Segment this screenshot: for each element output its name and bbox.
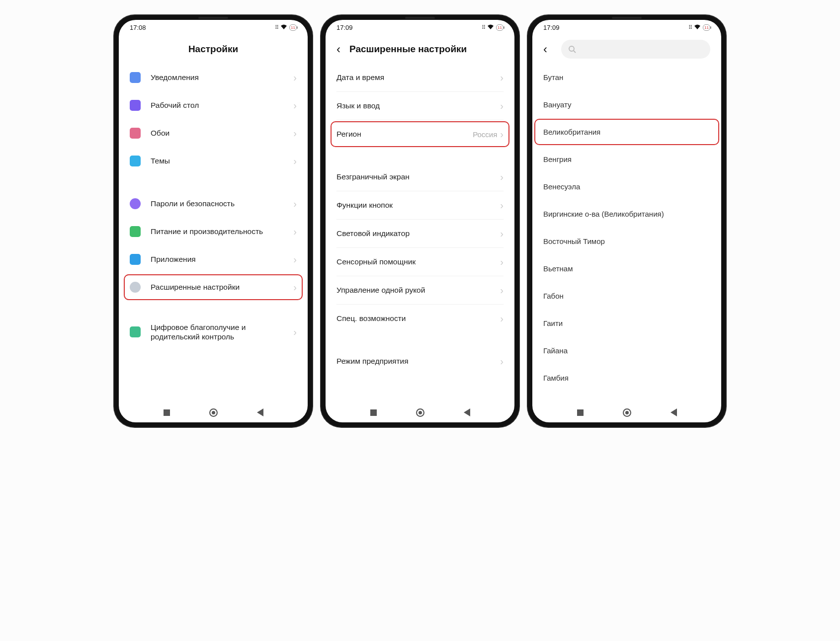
settings-row[interactable]: Спец. возможности› <box>326 305 514 332</box>
ic-theme-icon <box>130 156 141 166</box>
row-label: Управление одной рукой <box>336 286 500 295</box>
ic-wall-icon <box>130 128 141 139</box>
region-row[interactable]: Гаити <box>532 310 721 337</box>
region-label: Габон <box>543 292 710 300</box>
region-row[interactable]: Вануату <box>532 91 721 118</box>
chevron-right-icon: › <box>293 226 297 238</box>
page-title: Расширенные настройки <box>349 44 467 55</box>
region-row[interactable]: Виргинские о-ва (Великобритания) <box>532 200 721 228</box>
chevron-right-icon: › <box>293 100 297 111</box>
navigation-bar <box>532 402 721 422</box>
nav-back-icon[interactable] <box>671 408 677 416</box>
chevron-right-icon: › <box>500 256 504 268</box>
ic-home-icon <box>130 100 141 111</box>
nav-back-icon[interactable] <box>257 408 263 416</box>
status-bar: 17:09 ⠿ 11 <box>532 20 721 35</box>
screen-settings: 17:08 ⠿ 11 Настройки Уведомления›Рабочий… <box>119 20 308 422</box>
status-bar: 17:08 ⠿ 11 <box>119 20 308 35</box>
region-row[interactable]: Габон <box>532 282 721 310</box>
settings-row[interactable]: Приложения› <box>119 245 308 273</box>
settings-list[interactable]: Уведомления›Рабочий стол›Обои›Темы›Парол… <box>119 64 308 402</box>
ic-bell-icon <box>130 72 141 83</box>
settings-row[interactable]: Дата и время› <box>326 64 514 91</box>
ic-lock-icon <box>130 198 141 209</box>
signal-icon: ⠿ <box>275 24 278 31</box>
settings-row[interactable]: Обои› <box>119 119 308 147</box>
region-label: Великобритания <box>543 128 710 136</box>
nav-recents-icon[interactable] <box>577 409 584 416</box>
settings-row[interactable]: Режим предприятия› <box>326 347 514 375</box>
region-row[interactable]: Великобритания <box>532 118 721 146</box>
region-label: Вьетнам <box>543 264 710 273</box>
settings-row[interactable]: Питание и производительность› <box>119 218 308 245</box>
region-list[interactable]: БутанВануатуВеликобританияВенгрияВенесуэ… <box>532 64 721 402</box>
advanced-list[interactable]: Дата и время›Язык и ввод›РегионРоссия›Бе… <box>326 64 514 402</box>
navigation-bar <box>326 402 514 422</box>
settings-row[interactable]: Темы› <box>119 147 308 175</box>
svg-line-1 <box>574 51 576 53</box>
row-label: Дата и время <box>336 73 500 82</box>
back-button[interactable]: ‹ <box>336 43 340 55</box>
settings-row[interactable]: Расширенные настройки› <box>119 273 308 301</box>
region-label: Гайана <box>543 346 710 355</box>
chevron-right-icon: › <box>500 285 504 296</box>
region-row[interactable]: Вьетнам <box>532 255 721 282</box>
region-row[interactable]: Гамбия <box>532 364 721 392</box>
page-header: ‹ Расширенные настройки <box>326 35 514 64</box>
phone-frame-2: 17:09 ⠿ 11 ‹ Расширенные настройки Дата … <box>321 15 519 427</box>
region-row[interactable]: Бутан <box>532 64 721 91</box>
row-label: Регион <box>336 130 473 139</box>
nav-back-icon[interactable] <box>464 408 470 416</box>
ic-wb-icon <box>130 326 141 337</box>
settings-row[interactable]: Функции кнопок› <box>326 191 514 219</box>
region-label: Виргинские о-ва (Великобритания) <box>543 210 710 218</box>
back-button[interactable]: ‹ <box>543 43 547 55</box>
page-header: Настройки <box>119 35 308 64</box>
nav-home-icon[interactable] <box>416 408 424 417</box>
nav-recents-icon[interactable] <box>370 409 377 416</box>
settings-row[interactable]: Рабочий стол› <box>119 91 308 119</box>
settings-row[interactable]: Цифровое благополучие и родительский кон… <box>119 316 308 348</box>
region-row[interactable]: Венгрия <box>532 146 721 173</box>
phone-frame-1: 17:08 ⠿ 11 Настройки Уведомления›Рабочий… <box>114 15 313 427</box>
settings-row[interactable]: Пароли и безопасность› <box>119 190 308 218</box>
wifi-icon <box>487 24 494 31</box>
settings-row[interactable]: РегионРоссия› <box>326 120 514 148</box>
ic-batt-icon <box>130 226 141 237</box>
status-time: 17:09 <box>336 24 353 31</box>
settings-row[interactable]: Уведомления› <box>119 64 308 91</box>
row-label: Приложения <box>151 255 293 264</box>
status-time: 17:08 <box>130 24 146 31</box>
settings-row[interactable]: Управление одной рукой› <box>326 276 514 304</box>
chevron-right-icon: › <box>293 282 297 293</box>
search-input[interactable] <box>561 40 710 59</box>
row-label: Темы <box>151 157 293 165</box>
region-row[interactable]: Гайана <box>532 337 721 364</box>
chevron-right-icon: › <box>293 254 297 265</box>
region-label: Бутан <box>543 73 710 81</box>
settings-row[interactable]: Световой индикатор› <box>326 220 514 247</box>
chevron-right-icon: › <box>293 326 297 338</box>
nav-home-icon[interactable] <box>623 408 631 417</box>
region-row[interactable]: Венесуэла <box>532 173 721 200</box>
nav-home-icon[interactable] <box>209 408 218 417</box>
row-label: Цифровое благополучие и родительский кон… <box>151 322 293 342</box>
chevron-right-icon: › <box>500 100 504 112</box>
region-row[interactable]: Восточный Тимор <box>532 228 721 255</box>
status-icons: ⠿ 11 <box>482 24 504 31</box>
ic-adv-icon <box>130 282 141 293</box>
settings-row[interactable]: Язык и ввод› <box>326 92 514 120</box>
settings-row[interactable]: Безграничный экран› <box>326 163 514 191</box>
chevron-right-icon: › <box>293 128 297 139</box>
chevron-right-icon: › <box>293 198 297 210</box>
row-label: Спец. возможности <box>336 314 500 323</box>
row-label: Питание и производительность <box>151 227 293 236</box>
nav-recents-icon[interactable] <box>164 409 170 416</box>
battery-icon: 11 <box>289 24 297 31</box>
status-bar: 17:09 ⠿ 11 <box>326 20 514 35</box>
chevron-right-icon: › <box>293 72 297 83</box>
region-label: Венгрия <box>543 155 710 163</box>
settings-row[interactable]: Сенсорный помощник› <box>326 248 514 276</box>
region-label: Гаити <box>543 319 710 327</box>
signal-icon: ⠿ <box>482 24 485 31</box>
